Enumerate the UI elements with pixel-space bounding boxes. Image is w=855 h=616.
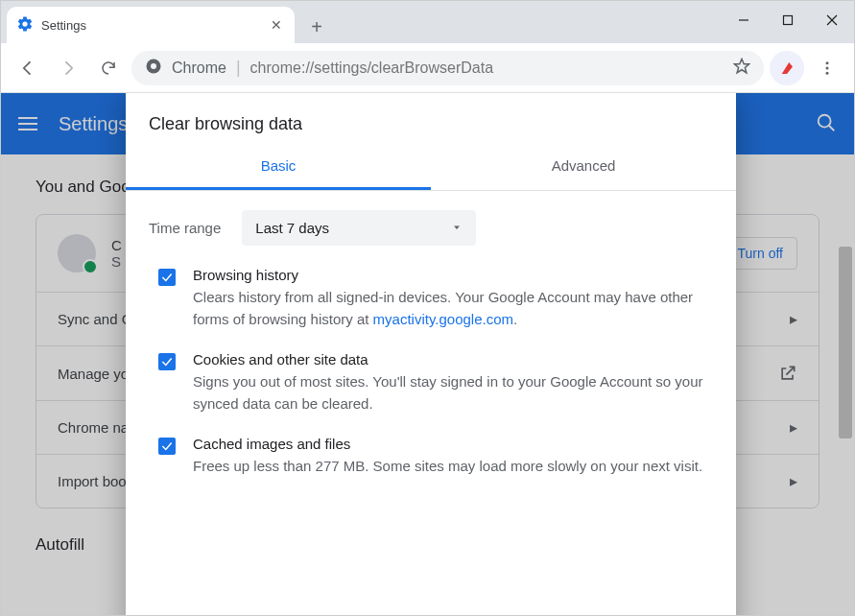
checkbox-cookies[interactable] xyxy=(158,353,176,370)
checkbox-browsing-history[interactable] xyxy=(158,269,176,286)
svg-point-8 xyxy=(826,66,829,69)
svg-point-7 xyxy=(826,61,829,64)
extension-button[interactable] xyxy=(770,51,804,85)
option-title: Browsing history xyxy=(193,267,713,283)
reload-button[interactable] xyxy=(91,51,126,85)
tab-basic[interactable]: Basic xyxy=(126,144,431,190)
period: . xyxy=(513,311,517,327)
svg-rect-1 xyxy=(784,16,793,25)
window-close-button[interactable] xyxy=(810,7,854,34)
gear-icon xyxy=(16,15,34,36)
window-maximize-button[interactable] xyxy=(766,7,810,34)
tab-advanced[interactable]: Advanced xyxy=(431,144,736,190)
dialog-title: Clear browsing data xyxy=(126,93,736,144)
url-path: chrome://settings/clearBrowserData xyxy=(250,59,493,77)
browser-menu-button[interactable] xyxy=(810,51,844,85)
option-desc: Clears history from all signed-in device… xyxy=(193,287,713,330)
window-minimize-button[interactable] xyxy=(722,7,766,34)
new-tab-button[interactable]: + xyxy=(300,11,333,43)
time-range-label: Time range xyxy=(149,220,221,236)
browser-tab-settings[interactable]: Settings ✕ xyxy=(7,7,295,43)
url-origin: Chrome xyxy=(172,59,226,77)
svg-point-5 xyxy=(151,63,156,69)
svg-marker-6 xyxy=(735,59,749,73)
omnibox[interactable]: Chrome | chrome://settings/clearBrowserD… xyxy=(131,51,764,85)
forward-button[interactable] xyxy=(51,51,85,85)
svg-point-9 xyxy=(826,71,829,74)
option-title: Cookies and other site data xyxy=(193,351,713,367)
time-range-select[interactable]: Last 7 days xyxy=(242,210,476,246)
browser-toolbar: Chrome | chrome://settings/clearBrowserD… xyxy=(1,43,854,93)
time-range-value: Last 7 days xyxy=(255,220,329,236)
tab-title: Settings xyxy=(41,18,260,33)
checkbox-cache[interactable] xyxy=(158,438,176,455)
bookmark-star-icon[interactable] xyxy=(733,58,750,78)
myactivity-link[interactable]: myactivity.google.com xyxy=(373,311,513,327)
dropdown-caret-icon xyxy=(451,220,463,236)
option-desc: Frees up less than 277 MB. Some sites ma… xyxy=(193,456,702,478)
site-info-icon[interactable] xyxy=(145,58,162,78)
back-button[interactable] xyxy=(11,51,45,85)
clear-browsing-data-dialog: Clear browsing data Basic Advanced Time … xyxy=(126,93,736,616)
option-title: Cached images and files xyxy=(193,436,702,452)
url-separator: | xyxy=(236,58,241,78)
svg-marker-12 xyxy=(454,226,460,230)
tab-close-icon[interactable]: ✕ xyxy=(268,16,285,34)
option-desc: Signs you out of most sites. You'll stay… xyxy=(193,371,713,415)
